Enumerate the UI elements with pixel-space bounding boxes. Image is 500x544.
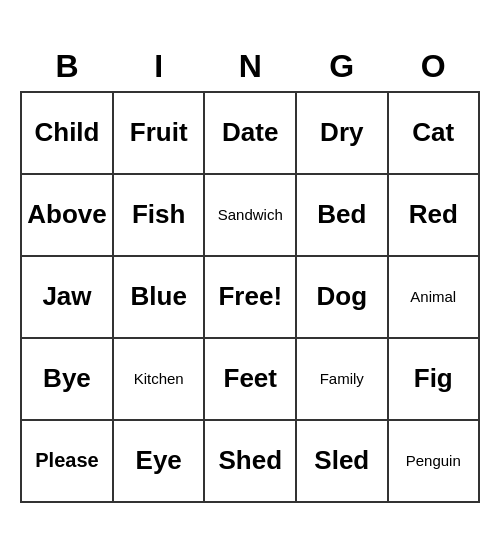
bingo-card: B I N G O ChildFruitDateDryCatAboveFishS… bbox=[20, 42, 480, 503]
cell-r1-c2: Sandwich bbox=[204, 174, 296, 256]
cell-r2-c1: Blue bbox=[113, 256, 205, 338]
cell-r3-c0: Bye bbox=[21, 338, 113, 420]
cell-r0-c2: Date bbox=[204, 92, 296, 174]
header-n: N bbox=[204, 42, 296, 92]
cell-r3-c4: Fig bbox=[388, 338, 479, 420]
header-i: I bbox=[113, 42, 205, 92]
cell-r2-c4: Animal bbox=[388, 256, 479, 338]
cell-r4-c0: Please bbox=[21, 420, 113, 502]
cell-r3-c2: Feet bbox=[204, 338, 296, 420]
cell-r1-c3: Bed bbox=[296, 174, 387, 256]
cell-r1-c1: Fish bbox=[113, 174, 205, 256]
cell-r4-c2: Shed bbox=[204, 420, 296, 502]
cell-r3-c3: Family bbox=[296, 338, 387, 420]
cell-r3-c1: Kitchen bbox=[113, 338, 205, 420]
cell-r0-c3: Dry bbox=[296, 92, 387, 174]
cell-r4-c4: Penguin bbox=[388, 420, 479, 502]
cell-r1-c0: Above bbox=[21, 174, 113, 256]
cell-r2-c0: Jaw bbox=[21, 256, 113, 338]
cell-r0-c4: Cat bbox=[388, 92, 479, 174]
cell-r0-c1: Fruit bbox=[113, 92, 205, 174]
cell-r4-c1: Eye bbox=[113, 420, 205, 502]
cell-r2-c2: Free! bbox=[204, 256, 296, 338]
header-b: B bbox=[21, 42, 113, 92]
header-g: G bbox=[296, 42, 387, 92]
cell-r1-c4: Red bbox=[388, 174, 479, 256]
cell-r0-c0: Child bbox=[21, 92, 113, 174]
cell-r2-c3: Dog bbox=[296, 256, 387, 338]
header-o: O bbox=[388, 42, 479, 92]
cell-r4-c3: Sled bbox=[296, 420, 387, 502]
